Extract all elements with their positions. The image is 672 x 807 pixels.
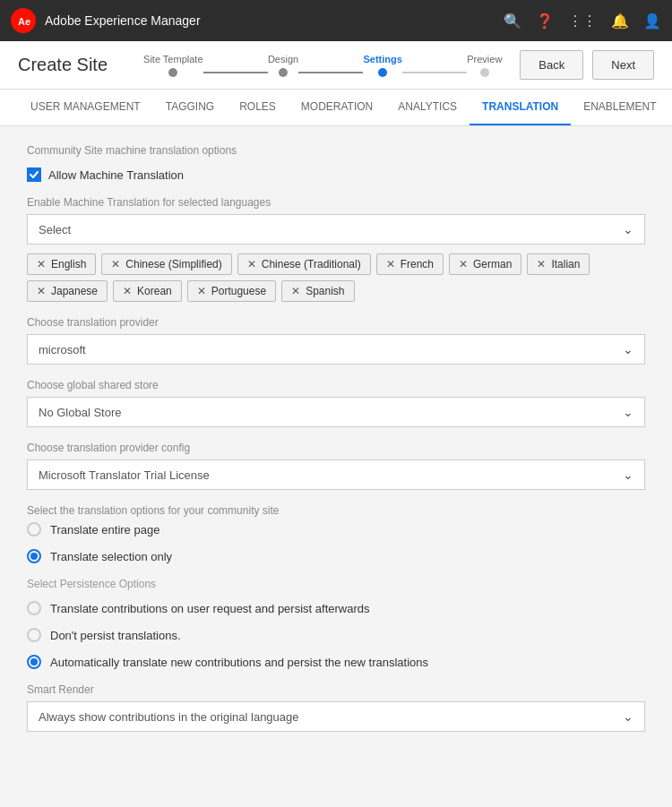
tag-korean-remove[interactable]: ✕ [123, 285, 132, 297]
svg-text:Ae: Ae [18, 16, 30, 27]
smart-render-select[interactable]: Always show contributions in the origina… [27, 701, 645, 732]
tag-italian[interactable]: ✕ Italian [527, 253, 590, 275]
translation-options-group: Select the translation options for your … [27, 504, 645, 563]
smart-render-label: Smart Render [27, 683, 645, 696]
radio-row-entire-page[interactable]: Translate entire page [27, 522, 645, 537]
tab-roles[interactable]: ROLES [227, 90, 289, 125]
provider-config-group: Choose translation provider config Micro… [27, 442, 645, 490]
provider-config-select[interactable]: Microsoft Translator Trial License ⌄ [27, 459, 645, 490]
tag-english[interactable]: ✕ English [27, 253, 96, 275]
line-1 [203, 72, 268, 73]
tag-portuguese-remove[interactable]: ✕ [197, 285, 206, 297]
persistence-radios: Translate contributions on user request … [27, 601, 645, 669]
page-title: Create Site [18, 55, 108, 75]
radio-selection-only-label: Translate selection only [50, 550, 172, 563]
tag-spanish-remove[interactable]: ✕ [291, 285, 300, 297]
wizard-step-design: Design [268, 54, 298, 77]
machine-translation-row[interactable]: Allow Machine Translation [27, 167, 645, 182]
tab-translation[interactable]: TRANSLATION [470, 90, 571, 125]
tab-moderation[interactable]: MODERATION [289, 90, 385, 125]
search-icon[interactable]: 🔍 [504, 13, 521, 30]
tag-spanish-label: Spanish [306, 285, 344, 297]
provider-config-value: Microsoft Translator Trial License [39, 468, 210, 482]
line-2 [298, 72, 363, 73]
smart-render-value: Always show contributions in the origina… [39, 710, 299, 724]
machine-translation-label: Allow Machine Translation [48, 168, 184, 182]
radio-selection-only-fill [30, 553, 38, 560]
tag-korean[interactable]: ✕ Korean [113, 280, 182, 302]
tag-english-remove[interactable]: ✕ [37, 258, 46, 270]
tag-german-label: German [473, 258, 512, 270]
tag-french-label: French [401, 258, 434, 270]
step-design-dot [279, 68, 288, 77]
radio-row-auto-translate[interactable]: Automatically translate new contribution… [27, 655, 645, 669]
radio-row-selection-only[interactable]: Translate selection only [27, 549, 645, 563]
step-template-label: Site Template [143, 54, 202, 64]
languages-select[interactable]: Select ⌄ [27, 214, 645, 245]
translation-provider-group: Choose translation provider microsoft ⌄ [27, 316, 645, 365]
radio-no-persist-label: Don't persist translations. [50, 629, 181, 642]
radio-selection-only[interactable] [27, 549, 41, 563]
tag-english-label: English [51, 258, 86, 270]
bell-icon[interactable]: 🔔 [611, 13, 629, 30]
language-tags: ✕ English ✕ Chinese (Simplified) ✕ Chine… [27, 253, 645, 302]
wizard-step-template: Site Template [143, 54, 202, 77]
tab-tagging[interactable]: TAGGING [153, 90, 227, 125]
tag-french-remove[interactable]: ✕ [386, 258, 395, 270]
smart-render-group: Smart Render Always show contributions i… [27, 683, 645, 732]
enable-languages-group: Enable Machine Translation for selected … [27, 196, 645, 302]
user-icon[interactable]: 👤 [643, 13, 661, 30]
tag-japanese-label: Japanese [51, 285, 98, 297]
radio-auto-translate[interactable] [27, 655, 41, 669]
back-button[interactable]: Back [520, 50, 583, 80]
tag-chinese-traditional-label: Chinese (Traditional) [262, 258, 361, 270]
provider-config-chevron-icon: ⌄ [623, 468, 633, 482]
step-preview-dot [480, 68, 489, 77]
radio-on-request[interactable] [27, 601, 41, 615]
translation-provider-value: microsoft [39, 343, 86, 356]
tag-french[interactable]: ✕ French [376, 253, 444, 275]
tab-analytics[interactable]: ANALYTICS [385, 90, 470, 125]
translation-options-label: Select the translation options for your … [27, 504, 645, 517]
tag-spanish[interactable]: ✕ Spanish [281, 280, 354, 302]
top-navigation: Ae Adobe Experience Manager 🔍 ❓ ⋮⋮ 🔔 👤 [0, 0, 672, 41]
header-bar: Create Site Site Template Design Setting… [0, 41, 672, 90]
persistence-options-group: Select Persistence Options Translate con… [27, 578, 645, 669]
translation-options-radios: Translate entire page Translate selectio… [27, 522, 645, 563]
tab-enablement[interactable]: ENABLEMENT [571, 90, 668, 125]
tag-german[interactable]: ✕ German [449, 253, 521, 275]
tag-chinese-simplified[interactable]: ✕ Chinese (Simplified) [101, 253, 231, 275]
content-area: Community Site machine translation optio… [0, 126, 672, 764]
radio-row-no-persist[interactable]: Don't persist translations. [27, 628, 645, 642]
apps-icon[interactable]: ⋮⋮ [568, 13, 597, 30]
languages-chevron-icon: ⌄ [623, 222, 633, 236]
step-preview-label: Preview [467, 54, 502, 64]
radio-row-on-request[interactable]: Translate contributions on user request … [27, 601, 645, 615]
tabs-bar: USER MANAGEMENT TAGGING ROLES MODERATION… [0, 90, 672, 126]
tag-chinese-traditional-remove[interactable]: ✕ [247, 258, 256, 270]
tag-italian-remove[interactable]: ✕ [537, 258, 546, 270]
tag-chinese-simplified-remove[interactable]: ✕ [111, 258, 120, 270]
tab-user-management[interactable]: USER MANAGEMENT [18, 90, 153, 125]
tag-korean-label: Korean [137, 285, 172, 297]
help-icon[interactable]: ❓ [536, 13, 554, 30]
tag-portuguese[interactable]: ✕ Portuguese [187, 280, 276, 302]
machine-translation-checkbox[interactable] [27, 167, 41, 182]
translation-provider-chevron-icon: ⌄ [623, 342, 633, 356]
tag-japanese[interactable]: ✕ Japanese [27, 280, 108, 302]
radio-on-request-label: Translate contributions on user request … [50, 602, 369, 615]
global-store-chevron-icon: ⌄ [623, 405, 633, 419]
step-template-dot [168, 68, 177, 77]
translation-provider-select[interactable]: microsoft ⌄ [27, 334, 645, 365]
radio-no-persist[interactable] [27, 628, 41, 642]
tag-chinese-traditional[interactable]: ✕ Chinese (Traditional) [237, 253, 371, 275]
tag-japanese-remove[interactable]: ✕ [37, 285, 46, 297]
global-store-select[interactable]: No Global Store ⌄ [27, 397, 645, 427]
next-button[interactable]: Next [592, 50, 654, 80]
section-title: Community Site machine translation optio… [27, 144, 645, 157]
languages-select-value: Select [39, 223, 71, 236]
radio-entire-page[interactable] [27, 522, 41, 537]
tag-german-remove[interactable]: ✕ [459, 258, 468, 270]
step-design-label: Design [268, 54, 298, 64]
global-store-value: No Global Store [39, 406, 122, 419]
